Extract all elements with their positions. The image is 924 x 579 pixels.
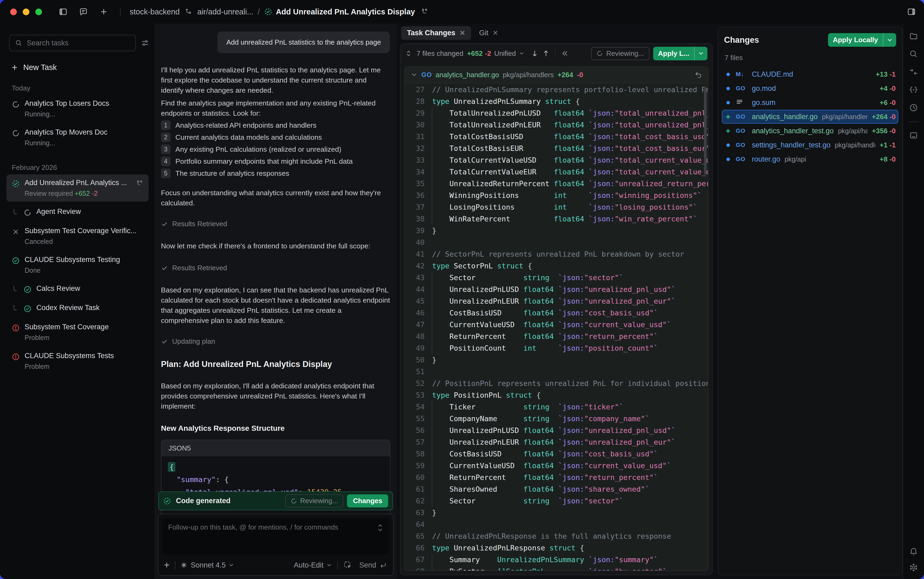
prev-change-icon[interactable] bbox=[542, 50, 550, 57]
file-deletions: -0 bbox=[577, 71, 583, 79]
history-icon[interactable] bbox=[909, 103, 918, 112]
changes-title: Changes bbox=[724, 35, 759, 45]
task-item[interactable]: Codex Review Task bbox=[7, 299, 149, 317]
code-line: 55 CompanyName string `json:"company_nam… bbox=[405, 413, 708, 425]
apply-options-dropdown[interactable] bbox=[883, 33, 896, 47]
chat-input[interactable] bbox=[162, 518, 389, 555]
changes-button[interactable]: Changes bbox=[347, 494, 388, 507]
file-row[interactable]: GOgo.mod+4 -0 bbox=[722, 82, 898, 95]
chat-icon[interactable] bbox=[79, 7, 88, 16]
filter-icon[interactable] bbox=[141, 38, 150, 47]
task-item[interactable]: CLAUDE Subsystems TestsProblem bbox=[7, 347, 149, 375]
diff-code-lines[interactable]: 27// UnrealizedPnLSummary represents por… bbox=[405, 84, 708, 571]
task-item[interactable]: Analytics Top Movers DocRunning... bbox=[7, 124, 149, 151]
status-updating-plan[interactable]: Updating plan bbox=[161, 337, 391, 345]
file-row[interactable]: M↓CLAUDE.md+13 -1 bbox=[722, 67, 898, 81]
editor-panel-icon[interactable] bbox=[909, 131, 918, 140]
code-line: 49 PositionCount int `json:"position_cou… bbox=[405, 342, 708, 354]
line-number: 38 bbox=[405, 213, 425, 225]
modified-dot-icon bbox=[726, 87, 730, 90]
reviewing-button[interactable]: Reviewing... bbox=[591, 47, 650, 60]
search-icon[interactable] bbox=[909, 49, 918, 59]
code-line: 48 ReturnPercent float64 `json:"return_p… bbox=[405, 330, 708, 342]
search-input[interactable]: Search tasks bbox=[9, 35, 136, 51]
status-results-retrieved[interactable]: Results Retrieved bbox=[161, 264, 391, 272]
repo-name[interactable]: stock-backend bbox=[130, 8, 180, 16]
list-item-text: Any existing PnL calculations (realized … bbox=[176, 145, 341, 154]
minimize-button[interactable] bbox=[23, 8, 30, 15]
send-button[interactable]: Send bbox=[359, 561, 387, 569]
file-row[interactable]: GOrouter.gopkg/api+8 -0 bbox=[722, 152, 898, 166]
file-path: pkg/api bbox=[785, 155, 875, 163]
diff-scrollbar[interactable] bbox=[704, 87, 707, 175]
code-line: 39} bbox=[405, 225, 708, 237]
code-review-icon[interactable] bbox=[909, 85, 918, 94]
file-row[interactable]: +GOanalytics_handler.gopkg/api/handler+2… bbox=[722, 110, 898, 124]
task-item[interactable]: CLAUDE Subsystems TestingDone bbox=[7, 251, 149, 278]
close-tab-icon[interactable]: ✕ bbox=[460, 29, 465, 37]
added-plus-icon: + bbox=[725, 113, 730, 120]
task-title: Codex Review Task bbox=[36, 304, 100, 312]
tree-elbow-icon bbox=[12, 208, 19, 216]
task-item[interactable]: Analytics Top Losers DocsRunning... bbox=[7, 95, 149, 122]
expand-input-icon[interactable] bbox=[377, 523, 384, 532]
view-mode-selector[interactable]: Unified bbox=[494, 49, 516, 58]
tab-git[interactable]: Git✕ bbox=[473, 26, 504, 40]
right-panel-toggle-icon[interactable] bbox=[907, 7, 916, 16]
apply-locally-split-button[interactable]: Apply Locally bbox=[828, 33, 896, 47]
code-line: 63} bbox=[405, 507, 708, 518]
file-path: pkg/api/handler bbox=[835, 141, 875, 149]
chevron-down-icon bbox=[519, 51, 525, 56]
files-icon[interactable] bbox=[909, 31, 918, 41]
expand-collapse-icon[interactable] bbox=[405, 50, 412, 57]
collapse-all-icon[interactable] bbox=[561, 50, 568, 57]
settings-gear-icon[interactable] bbox=[909, 563, 918, 572]
line-number: 61 bbox=[405, 483, 425, 495]
apply-locally-label[interactable]: Apply L... bbox=[653, 47, 694, 61]
file-row[interactable]: GOsettings_handler_test.gopkg/api/handle… bbox=[722, 138, 898, 152]
code-line: 62 Sector string `json:"sector"` bbox=[405, 495, 708, 507]
line-number: 40 bbox=[405, 237, 425, 249]
diff-code-card: GO analytics_handler.go pkg/api/handlers… bbox=[404, 66, 709, 571]
file-row[interactable]: +GOanalytics_handler_test.gopkg/api/ha+3… bbox=[722, 124, 898, 138]
apply-locally-label[interactable]: Apply Locally bbox=[828, 33, 883, 47]
task-item[interactable]: Calcs Review bbox=[7, 280, 149, 298]
branch-name[interactable]: air/add-unreali... bbox=[197, 8, 253, 16]
task-item[interactable]: Subsystem Test CoverageProblem bbox=[7, 319, 149, 346]
merge-compare-icon[interactable] bbox=[909, 67, 918, 76]
task-item[interactable]: Add Unrealized PnL Analytics ...Review r… bbox=[7, 174, 149, 202]
new-tab-icon[interactable] bbox=[99, 7, 108, 16]
apply-locally-split-button[interactable]: Apply L... bbox=[653, 47, 707, 61]
revert-file-icon[interactable] bbox=[694, 71, 702, 79]
reviewing-button[interactable]: Reviewing... bbox=[285, 494, 343, 507]
tab-task-changes[interactable]: Task Changes✕ bbox=[401, 26, 471, 40]
files-changed-label: 7 files changed bbox=[417, 49, 463, 58]
file-row[interactable]: go.sum+6 -0 bbox=[722, 96, 898, 110]
chevron-down-icon[interactable] bbox=[411, 71, 418, 78]
apply-options-dropdown[interactable] bbox=[694, 47, 707, 61]
close-tab-icon[interactable]: ✕ bbox=[493, 29, 498, 37]
close-button[interactable] bbox=[10, 8, 17, 15]
attach-icon[interactable]: + bbox=[164, 559, 169, 571]
code-line: 30 TotalUnrealizedPnLEUR float64 `json:"… bbox=[405, 119, 708, 131]
diff-file-header[interactable]: GO analytics_handler.go pkg/api/handlers… bbox=[405, 67, 708, 83]
line-number: 39 bbox=[405, 225, 425, 237]
sidebar-toggle-icon[interactable] bbox=[59, 7, 67, 16]
plan-heading: Plan: Add Unrealized PnL Analytics Displ… bbox=[161, 360, 391, 369]
new-task-button[interactable]: + New Task bbox=[12, 63, 154, 72]
element-select-icon[interactable] bbox=[343, 561, 352, 570]
model-selector[interactable]: Sonnet 4.5 bbox=[191, 561, 226, 569]
spinner-icon bbox=[596, 50, 603, 57]
check-icon bbox=[12, 257, 20, 265]
auto-edit-selector[interactable]: Auto-Edit bbox=[294, 561, 323, 569]
file-name: CLAUDE.md bbox=[752, 70, 793, 79]
toolbar-divider bbox=[175, 561, 176, 569]
check-dashed-icon bbox=[12, 180, 20, 188]
zoom-button[interactable] bbox=[35, 8, 42, 15]
task-item[interactable]: Agent Review bbox=[7, 203, 149, 221]
task-item[interactable]: Subsystem Test Coverage Verific...Cancel… bbox=[7, 222, 149, 250]
file-name: analytics_handler_test.go bbox=[752, 127, 834, 135]
next-change-icon[interactable] bbox=[531, 50, 538, 57]
status-results-retrieved[interactable]: Results Retrieved bbox=[161, 220, 391, 228]
notifications-bell-icon[interactable] bbox=[909, 546, 918, 556]
